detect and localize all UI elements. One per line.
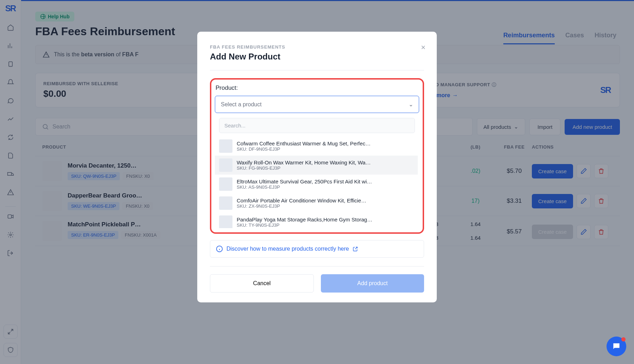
cancel-button[interactable]: Cancel [210,274,314,293]
measure-info-link[interactable]: Discover how to measure products correct… [210,240,424,258]
modal-breadcrumb: FBA FEES REIMBURSEMENTS [210,44,424,50]
product-select-highlight: Product: Select a product ⌄ Search... Co… [210,78,424,234]
chevron-down-icon: ⌄ [409,101,413,108]
option-list: Cofwarm Coffee Enthusiast Warmer & Mug S… [215,137,419,228]
product-option[interactable]: EltroMax Ultimate Survival Gear, 250Pcs … [215,175,418,194]
option-search-input[interactable]: Search... [219,118,415,133]
product-option[interactable]: ComfoAir Portable Air Conditioner Window… [215,194,418,213]
option-thumbnail [219,215,232,228]
product-option[interactable]: Waxify Roll-On Wax Warmer Kit, Home Waxi… [215,156,418,175]
product-select[interactable]: Select a product ⌄ [215,96,419,113]
close-icon[interactable]: × [421,43,425,52]
product-option[interactable]: PandaPlay Yoga Mat Storage Racks,Home Gy… [215,213,418,228]
option-thumbnail [219,139,232,153]
divider [210,70,424,70]
chat-widget[interactable] [607,337,626,356]
option-thumbnail [219,196,232,210]
add-product-modal: FBA FEES REIMBURSEMENTS Add New Product … [197,32,437,302]
modal-overlay[interactable]: FBA FEES REIMBURSEMENTS Add New Product … [0,0,634,364]
add-product-submit-button[interactable]: Add product [321,274,424,293]
info-icon [216,245,223,252]
chat-bubble-icon [612,342,621,351]
modal-title: Add New Product [210,52,424,62]
external-link-icon [353,246,358,252]
product-option[interactable]: Cofwarm Coffee Enthusiast Warmer & Mug S… [215,137,418,156]
option-thumbnail [219,177,232,191]
field-label: Product: [215,84,419,92]
option-thumbnail [219,158,232,172]
